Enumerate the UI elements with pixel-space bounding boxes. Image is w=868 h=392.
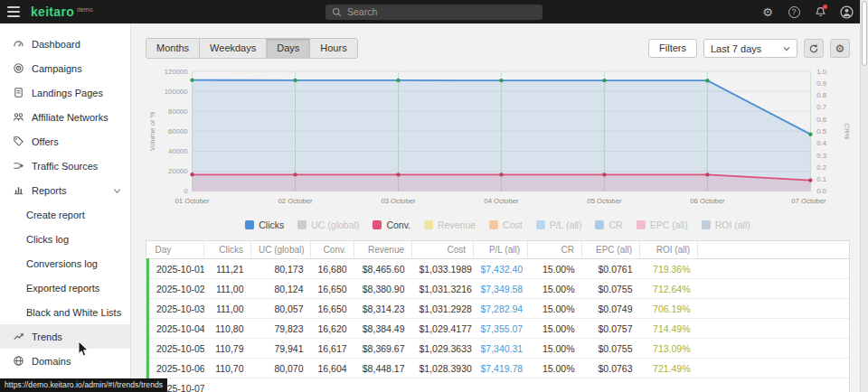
table-row: 2025-10-06110,7080,07016,604$8,448.17$1,… [148, 359, 850, 378]
cell-value: $0.0749 [582, 299, 640, 319]
date-range-select[interactable]: Last 7 days [703, 39, 797, 58]
cell-value: $0.0763 [582, 359, 640, 378]
column-header-roi-all[interactable]: ROI (all) [640, 241, 698, 259]
cell-value: 712.64% [640, 279, 698, 299]
column-header-day[interactable]: Day [148, 241, 204, 259]
cell-value: $8,448.17 [354, 359, 412, 378]
sidebar-item-exported-reports[interactable]: Exported reports [0, 275, 130, 300]
svg-text:01 October: 01 October [175, 197, 210, 205]
cell-value: $0.0757 [582, 319, 640, 339]
svg-text:CR%: CR% [843, 123, 850, 139]
svg-text:0.6: 0.6 [816, 116, 826, 124]
cell-value: 713.09% [640, 339, 698, 359]
legend-item-clicks[interactable]: Clicks [245, 219, 284, 230]
chevron-down-icon [783, 45, 790, 52]
sidebar-item-label: Landings Pages [32, 88, 103, 98]
cell-filler [698, 259, 850, 279]
cell-value: 111,00 [204, 299, 251, 319]
legend-item-uc-global[interactable]: UC (global) [297, 219, 359, 230]
table-row: 2025-10-02111,0080,12416,650$8,380.90$1,… [148, 279, 850, 299]
tab-months[interactable]: Months [146, 39, 200, 58]
brand-logo[interactable]: keitaro demo [31, 5, 93, 19]
help-icon[interactable]: ? [787, 5, 801, 19]
sidebar-item-label: Create report [26, 210, 85, 220]
legend-label: UC (global) [311, 219, 359, 230]
tab-days[interactable]: Days [267, 39, 310, 58]
legend-swatch [297, 220, 307, 229]
cell-value [354, 378, 412, 392]
column-header-conv[interactable]: Conv. [311, 241, 354, 259]
chart-settings-button[interactable]: ⚙ [830, 39, 850, 58]
refresh-button[interactable] [804, 39, 824, 58]
legend-item-conv[interactable]: Conv. [373, 219, 410, 230]
column-header-clicks[interactable]: Clicks [204, 241, 251, 259]
scrollbar-thumb[interactable] [862, 1, 867, 66]
svg-text:06 October: 06 October [690, 197, 725, 205]
column-header-uc-global[interactable]: UC (global) [251, 241, 311, 259]
tab-weekdays[interactable]: Weekdays [200, 39, 267, 58]
legend-label: Cost [503, 219, 523, 230]
legend-item-p-l-all[interactable]: P/L (all) [536, 219, 582, 230]
column-header-cost[interactable]: Cost [412, 241, 474, 259]
sidebar-item-clicks-log[interactable]: Clicks log [0, 227, 130, 251]
column-header-cr[interactable]: CR [528, 241, 582, 259]
status-url-tooltip: https://demo.keitaro.io/admin/#!/trends/… [0, 378, 167, 392]
sidebar-item-reports[interactable]: Reports [0, 178, 130, 202]
sidebar-item-traffic-sources[interactable]: Traffic Sources [0, 154, 130, 178]
domains-icon [13, 355, 24, 367]
search-icon [332, 7, 342, 17]
sidebar-item-offers[interactable]: Offers [0, 129, 130, 154]
sidebar-item-black-and-white-lists[interactable]: Black and White Lists [0, 300, 130, 324]
settings-gear-icon[interactable]: ⚙ [760, 5, 775, 19]
svg-text:0.0: 0.0 [816, 187, 826, 195]
cell-value: $1,029.4177 [412, 319, 474, 339]
legend-item-roi-all[interactable]: ROI (all) [702, 219, 750, 230]
legend-item-cr[interactable]: CR [595, 219, 622, 230]
cell-value [251, 378, 311, 392]
cell-value: 80,173 [251, 259, 311, 279]
legend-swatch [637, 220, 646, 229]
column-header-filler [698, 241, 850, 259]
chart-legend: ClicksUC (global)Conv.RevenueCostP/L (al… [146, 217, 850, 233]
cell-value: 719.36% [640, 259, 698, 279]
column-header-revenue[interactable]: Revenue [354, 241, 412, 259]
sidebar-item-create-report[interactable]: Create report [0, 202, 130, 227]
sidebar-item-affiliate-networks[interactable]: Affiliate Networks [0, 105, 130, 129]
menu-icon[interactable] [0, 0, 27, 23]
gear-icon: ⚙ [835, 43, 845, 54]
page-scrollbar[interactable] [860, 0, 868, 392]
affiliate-networks-icon [13, 111, 24, 123]
sidebar-item-campaigns[interactable]: Campaigns [0, 56, 130, 80]
legend-label: Revenue [438, 219, 476, 230]
cell-value: $8,314.23 [354, 299, 412, 319]
notifications-bell-icon[interactable] [813, 5, 827, 19]
tab-hours[interactable]: Hours [310, 39, 356, 58]
filters-button[interactable]: Filters [648, 39, 697, 58]
legend-swatch [595, 220, 604, 229]
legend-label: EPC (all) [650, 219, 688, 230]
cell-value: 721.49% [640, 359, 698, 378]
search-placeholder: Search [347, 6, 377, 17]
cell-day: 2025-10-06 [148, 359, 204, 378]
sidebar-item-label: Traffic Sources [32, 161, 98, 172]
column-header-p-l-all[interactable]: P/L (all) [474, 241, 528, 259]
legend-item-cost[interactable]: Cost [489, 219, 523, 230]
user-account-icon[interactable] [839, 5, 854, 19]
sidebar-item-dashboard[interactable]: Dashboard [0, 32, 130, 56]
search-input[interactable]: Search [326, 5, 542, 20]
legend-item-epc-all[interactable]: EPC (all) [637, 219, 688, 230]
cell-day: 2025-10-02 [148, 279, 204, 299]
table-row: 2025-10-03111,0080,05716,650$8,314.23$1,… [148, 299, 850, 319]
cell-value: $7,340.31 [474, 339, 528, 359]
trends-table: DayClicksUC (global)Conv.RevenueCostP/L … [146, 240, 850, 392]
table-row: 2025-10-05110,7979,94116,617$8,369.67$1,… [148, 339, 850, 359]
cell-value [528, 378, 582, 392]
legend-item-revenue[interactable]: Revenue [424, 219, 476, 230]
sidebar-item-domains[interactable]: Domains [0, 349, 130, 373]
sidebar-item-trends[interactable]: Trends [0, 324, 130, 349]
column-header-epc-all[interactable]: EPC (all) [582, 241, 640, 259]
legend-swatch [536, 220, 545, 229]
sidebar-item-conversions-log[interactable]: Conversions log [0, 251, 130, 275]
legend-swatch [489, 220, 498, 229]
sidebar-item-landings-pages[interactable]: Landings Pages [0, 80, 130, 105]
